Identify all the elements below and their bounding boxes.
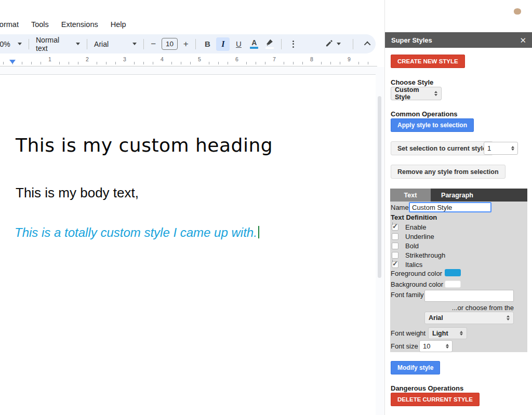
more-options-button[interactable] xyxy=(286,37,300,51)
highlight-color-button[interactable] xyxy=(263,37,276,51)
document-scrollbar[interactable] xyxy=(378,96,381,278)
highlighter-icon xyxy=(265,39,274,47)
checkbox-row-bold: Bold xyxy=(392,241,419,250)
font-size-input[interactable]: 10 xyxy=(162,38,178,50)
sidebar-header: Super Styles ✕ xyxy=(385,32,532,48)
tab-paragraph[interactable]: Paragraph xyxy=(431,189,484,202)
sidebar-title: Super Styles xyxy=(391,36,432,44)
three-dots-icon xyxy=(292,41,294,48)
checkbox-label: Enable xyxy=(405,223,426,231)
menu-extensions[interactable]: Extensions xyxy=(61,20,98,29)
toolbar-divider xyxy=(195,39,196,49)
text-color-button[interactable]: A xyxy=(247,37,261,51)
underline-button[interactable]: U xyxy=(232,37,245,51)
font-size-input-sidebar[interactable]: 10 xyxy=(419,340,453,352)
toolbar-divider xyxy=(143,39,144,49)
style-select-value: Custom Style xyxy=(395,86,430,101)
italic-button-active[interactable]: I xyxy=(216,37,230,51)
text-color-letter: A xyxy=(251,39,257,46)
ruler-number: 8 xyxy=(310,56,313,62)
toolbar-divider xyxy=(281,39,282,49)
font-size-value: 10 xyxy=(166,40,174,48)
style-tabs: Text Paragraph xyxy=(390,189,527,202)
pen-icon xyxy=(325,39,333,49)
tab-text[interactable]: Text xyxy=(390,189,431,202)
menu-tools[interactable]: Tools xyxy=(31,20,49,29)
checkbox-row-strikethrough: Strikethrough xyxy=(392,250,445,260)
bold-button[interactable]: B xyxy=(201,37,214,51)
decrease-font-size-button[interactable]: − xyxy=(148,39,159,49)
chevron-down-icon xyxy=(132,43,137,45)
chevron-up-icon xyxy=(364,42,370,48)
style-number-input[interactable]: 1 xyxy=(484,142,518,155)
toolbar-divider xyxy=(353,39,353,49)
ruler-number: 6 xyxy=(235,56,238,62)
font-dropdown[interactable]: Arial xyxy=(424,312,514,324)
checkbox-italics[interactable]: ✓ xyxy=(392,261,398,268)
modify-style-button[interactable]: Modify style xyxy=(391,361,440,374)
common-operations-label: Common Operations xyxy=(391,110,458,118)
checkbox-label: Strikethrough xyxy=(405,251,445,259)
editing-mode-button[interactable] xyxy=(321,37,344,51)
font-select[interactable]: Arial xyxy=(91,40,140,48)
text-definition-label: Text Definition xyxy=(391,213,437,221)
background-color-swatch[interactable] xyxy=(445,280,461,288)
menu-format[interactable]: Format xyxy=(0,20,19,29)
font-family-input[interactable] xyxy=(424,290,514,302)
custom-text: This is a totally custom style I came up… xyxy=(15,225,257,239)
checkmark-icon: ✓ xyxy=(392,222,393,225)
text-color-bar xyxy=(250,47,258,49)
choose-style-label: Choose Style xyxy=(391,78,433,86)
style-number-value: 1 xyxy=(487,144,491,152)
document-page[interactable]: This is my custom heading This is my bod… xyxy=(0,74,376,415)
set-selection-button[interactable]: Set selection to current style xyxy=(391,141,493,155)
name-label: Name xyxy=(391,204,409,211)
menu-help[interactable]: Help xyxy=(111,20,126,29)
remove-style-button[interactable]: Remove any style from selection xyxy=(391,165,506,179)
document-body-text[interactable]: This is my body text, xyxy=(16,185,139,201)
stepper-icon xyxy=(511,146,514,151)
menu-bar: Format Tools Extensions Help xyxy=(0,19,126,30)
google-docs-window: Format Tools Extensions Help xyxy=(0,0,532,415)
chevron-down-icon xyxy=(76,43,80,45)
zoom-select[interactable]: 100% xyxy=(0,40,25,48)
style-name-input[interactable]: Custom Style xyxy=(409,202,491,212)
checkbox-row-italics: ✓Italics xyxy=(392,260,422,269)
ruler-number: 1 xyxy=(48,56,51,62)
super-styles-sidebar: Super Styles ✕ CREATE NEW STYLE Choose S… xyxy=(384,0,532,415)
document-custom-text[interactable]: This is a totally custom style I came up… xyxy=(15,225,259,240)
dangerous-operations-label: Dangerous Operations xyxy=(391,384,463,392)
ruler-number: 5 xyxy=(198,56,201,62)
style-select[interactable]: Custom Style xyxy=(391,87,442,100)
increase-font-size-button[interactable]: + xyxy=(180,39,192,49)
ruler-number: 2 xyxy=(86,56,89,62)
create-new-style-button[interactable]: CREATE NEW STYLE xyxy=(391,55,465,68)
font-weight-label: Font weight xyxy=(391,329,425,337)
foreground-color-swatch[interactable] xyxy=(445,269,461,276)
checkbox-bold[interactable] xyxy=(392,243,398,249)
ruler-number: 9 xyxy=(348,56,351,62)
font-name-value: Arial xyxy=(94,40,109,48)
style-name-value: Custom Style xyxy=(412,204,452,211)
horizontal-ruler[interactable]: 123456789 xyxy=(0,55,377,66)
highlight-color-bar xyxy=(265,47,274,49)
checkbox-strikethrough[interactable] xyxy=(392,252,398,259)
paragraph-style-value: Normal text xyxy=(36,36,72,52)
checkbox-underline[interactable] xyxy=(392,233,398,240)
close-icon[interactable]: ✕ xyxy=(520,36,526,44)
delete-current-style-button[interactable]: DELETE CURRENT STYLE xyxy=(391,393,480,406)
stepper-icon xyxy=(460,331,463,336)
paragraph-style-select[interactable]: Normal text xyxy=(33,36,83,52)
hide-menus-button[interactable] xyxy=(361,37,375,51)
document-heading[interactable]: This is my custom heading xyxy=(16,135,273,156)
ruler-number: 4 xyxy=(161,56,164,62)
foreground-color-label: Foreground color xyxy=(391,270,442,277)
chevron-down-icon xyxy=(18,43,22,45)
apply-style-button[interactable]: Apply style to selection xyxy=(391,118,474,132)
font-weight-dropdown[interactable]: Light xyxy=(428,327,467,339)
font-dropdown-value: Arial xyxy=(429,314,443,322)
checkbox-row-underline: Underline xyxy=(392,232,434,241)
checkbox-enable[interactable]: ✓ xyxy=(392,224,398,231)
checkbox-row-enable: ✓Enable xyxy=(392,222,426,232)
indent-marker-icon[interactable] xyxy=(9,60,16,64)
